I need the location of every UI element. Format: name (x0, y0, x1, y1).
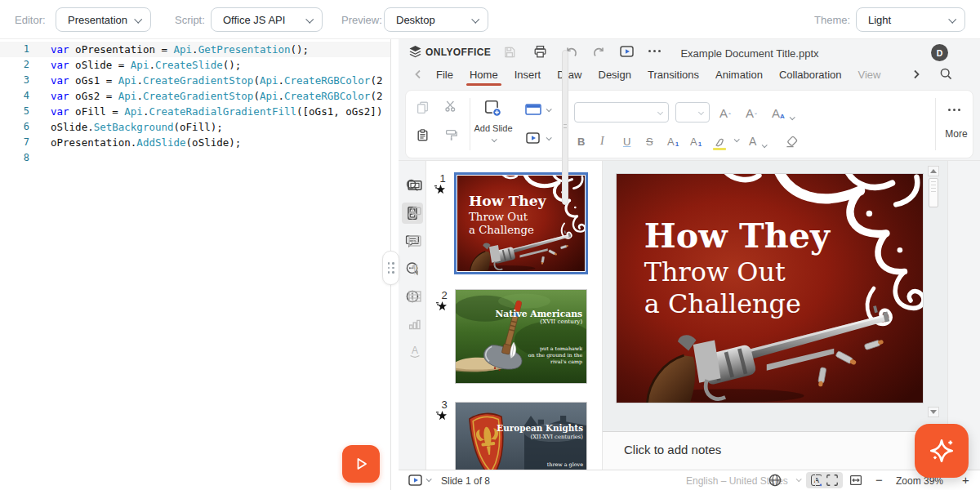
strikethrough-button[interactable]: S (646, 131, 653, 148)
code-line[interactable]: 1var oPresentation = Api.GetPresentation… (0, 42, 390, 57)
scroll-down-button[interactable] (928, 407, 939, 417)
code-line[interactable]: 2var oSlide = Api.CreateSlide(); (0, 57, 390, 73)
tab-file[interactable]: File (428, 65, 461, 86)
code-line[interactable]: 8 (0, 150, 390, 166)
chart-settings-button[interactable] (408, 317, 422, 332)
line-number: 8 (0, 150, 29, 166)
copy-button[interactable] (416, 100, 430, 114)
code-line[interactable]: 7oPresentation.AddSlide(oSlide); (0, 135, 390, 150)
preview-slideshow-button[interactable] (526, 132, 540, 144)
notes-area[interactable]: Click to add notes (603, 431, 947, 470)
decrease-font-button[interactable]: Aˇ (746, 102, 757, 120)
tab-draw[interactable]: Draw (549, 65, 590, 86)
tab-insert[interactable]: Insert (506, 65, 550, 86)
font-color-button[interactable]: A (749, 131, 766, 148)
slideshow-icon (526, 132, 540, 144)
image-settings-button[interactable] (408, 234, 422, 248)
line-number: 7 (0, 135, 29, 150)
code-text (29, 150, 51, 166)
preview-select[interactable]: Desktop (384, 7, 488, 32)
onlyoffice-editor: ONLYOFFICE (399, 39, 980, 490)
editor-select[interactable]: Presentation (56, 7, 151, 32)
search-button[interactable] (939, 67, 953, 81)
code-line[interactable]: 4var oGs2 = Api.CreateGradientStop(Api.C… (0, 88, 390, 104)
more-actions-button[interactable] (648, 50, 661, 52)
code-text: var oSlide = Api.CreateSlide(); (29, 57, 241, 73)
slide-thumbnail-3[interactable]: European Knights (XII-XVI centuries) thr… (455, 402, 587, 470)
tabs-scroll-right-button[interactable] (911, 69, 921, 80)
playground-topbar: Editor: Presentation Script: Office JS A… (0, 0, 980, 39)
set-language-button[interactable] (768, 473, 782, 488)
zoom-in-button[interactable]: + (962, 473, 969, 487)
add-slide-label[interactable]: Add Slide (473, 123, 514, 145)
bold-button[interactable]: B (577, 131, 585, 148)
scroll-up-button[interactable] (928, 166, 939, 176)
change-layout-button[interactable] (525, 104, 541, 115)
chevron-down-icon[interactable] (426, 476, 432, 482)
thumbnails-scrollbar[interactable] (562, 50, 568, 205)
add-slide-button[interactable] (483, 99, 501, 117)
eraser-icon (785, 135, 799, 148)
chevron-down-icon[interactable] (546, 106, 552, 112)
toolbar-more-button[interactable]: More (938, 91, 974, 159)
chevron-down-icon[interactable] (546, 135, 552, 140)
tab-transitions[interactable]: Transitions (639, 65, 707, 86)
paste-icon (416, 128, 430, 142)
shape-settings-button[interactable] (408, 206, 422, 220)
chevron-down-icon[interactable] (796, 476, 802, 482)
tab-home[interactable]: Home (461, 65, 506, 86)
menu-tabs: FileHomeInsertDrawDesignTransitionsAnima… (428, 64, 889, 87)
code-line[interactable]: 5var oFill = Api.CreateRadialGradientFil… (0, 104, 390, 119)
svg-text:on the ground in the: on the ground in the (528, 352, 583, 359)
subscript-button[interactable]: A1 (690, 131, 702, 148)
code-line[interactable]: 3var oGs1 = Api.CreateGradientStop(Api.C… (0, 73, 390, 88)
tab-animation[interactable]: Animation (707, 65, 771, 86)
slide-thumbnail-2[interactable]: Native Americans (XVII century) put a to… (455, 289, 587, 384)
slide-settings-button[interactable] (408, 178, 422, 193)
avatar[interactable]: D (931, 44, 948, 61)
zoom-out-button[interactable]: − (875, 473, 883, 487)
textart-settings-button[interactable]: A (408, 345, 422, 359)
highlight-color-button[interactable] (713, 131, 727, 148)
tab-design[interactable]: Design (590, 65, 639, 86)
copy-style-button[interactable] (444, 128, 458, 142)
statusbar-slideshow-button[interactable] (408, 474, 422, 486)
table-settings-button[interactable] (408, 289, 422, 304)
paste-button[interactable] (416, 128, 430, 142)
highlighter-icon (713, 136, 727, 148)
splitter-handle[interactable] (382, 251, 399, 285)
underline-button[interactable]: U (623, 131, 630, 148)
increase-font-button[interactable]: Aˆ (719, 102, 731, 120)
shape-settings-icon (408, 206, 422, 220)
copy-icon (416, 100, 430, 114)
cut-button[interactable] (443, 99, 457, 113)
fit-to-width-button[interactable] (849, 474, 862, 487)
preview-select-value: Desktop (396, 14, 435, 26)
start-slideshow-button[interactable] (620, 46, 634, 57)
save-button[interactable] (503, 46, 516, 59)
code-editor[interactable]: 1var oPresentation = Api.GetPresentation… (0, 39, 390, 490)
theme-select[interactable]: Light (856, 7, 965, 32)
font-size-select[interactable] (675, 102, 710, 122)
code-line[interactable]: 6oSlide.SetBackground(oFill); (0, 119, 390, 135)
fit-to-slide-button[interactable] (822, 472, 843, 488)
slide-canvas[interactable]: How They Throw Out a Challenge (617, 174, 923, 403)
clear-style-button[interactable] (785, 131, 799, 148)
print-button[interactable] (533, 45, 547, 59)
redo-button[interactable] (593, 46, 606, 59)
change-case-button[interactable]: AA (772, 102, 794, 120)
theme-select-value: Light (868, 14, 891, 26)
svg-text:European Knights: European Knights (497, 423, 583, 433)
chevron-down-icon[interactable] (734, 136, 740, 142)
vertical-scrollbar-thumb[interactable] (929, 178, 938, 207)
superscript-button[interactable]: A1 (667, 131, 679, 148)
tab-collaboration[interactable]: Collaboration (771, 65, 850, 86)
font-name-select[interactable] (574, 102, 669, 122)
italic-button[interactable]: I (600, 131, 604, 148)
ai-assistant-button[interactable] (915, 424, 969, 478)
tabs-scroll-left-button[interactable] (413, 69, 423, 80)
tab-view[interactable]: View (850, 65, 889, 86)
paragraph-settings-button[interactable]: ¶ (408, 261, 422, 276)
script-select[interactable]: Office JS API (211, 7, 323, 32)
run-button[interactable] (342, 445, 380, 483)
